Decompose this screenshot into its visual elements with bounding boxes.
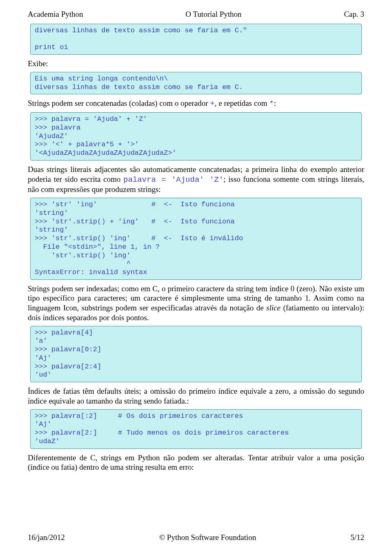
paragraph-adjacent: Duas strings literais adjacentes são aut…: [28, 165, 364, 194]
code-block-1: diversas linhas de texto assim como se f…: [30, 24, 362, 55]
footer-center: © Python Software Foundation: [159, 533, 256, 542]
operator-plus: +: [210, 99, 214, 108]
paragraph-index: Strings podem ser indexadas; como em C, …: [28, 284, 364, 323]
header-right: Cap. 3: [344, 10, 364, 19]
code-block-3: >>> palavra = 'Ajuda' + 'Z' >>> palavra …: [30, 112, 362, 161]
header-center: O Tutorial Python: [185, 10, 241, 19]
page-header: Academia Python O Tutorial Python Cap. 3: [28, 10, 364, 19]
code-block-5: >>> palavra[4] 'a' >>> palavra[0:2] 'Aj'…: [30, 326, 362, 382]
operator-star: *: [269, 99, 274, 108]
inline-code-palavra: palavra = 'Ajuda' 'Z': [123, 175, 223, 184]
text-span: , e repetidas com: [215, 99, 269, 107]
paragraph-concat: Strings podem ser concatenadas (coladas)…: [28, 98, 364, 109]
code-block-6: >>> palavra[:2] # Os dois primeiros cara…: [30, 409, 362, 449]
page-footer: 16/jan/2012 © Python Software Foundation…: [28, 533, 364, 542]
term-slice: slice: [266, 303, 281, 312]
paragraph-defaults: Índices de fatias têm defaults úteis; a …: [28, 386, 364, 406]
text-span: :: [274, 99, 276, 107]
text-span: Strings podem ser concatenadas (coladas)…: [28, 99, 210, 107]
footer-right: 5/12: [350, 533, 364, 542]
code-block-2: Eis uma string longa contendo\n\ diversa…: [30, 72, 362, 94]
footer-left: 16/jan/2012: [28, 533, 65, 542]
header-left: Academia Python: [28, 10, 83, 19]
code-block-4: >>> 'str' 'ing' # <- Isto funciona 'stri…: [30, 198, 362, 280]
paragraph-immutable: Diferentemente de C, strings em Python n…: [28, 453, 364, 473]
exibe-label: Exibe:: [28, 59, 364, 69]
